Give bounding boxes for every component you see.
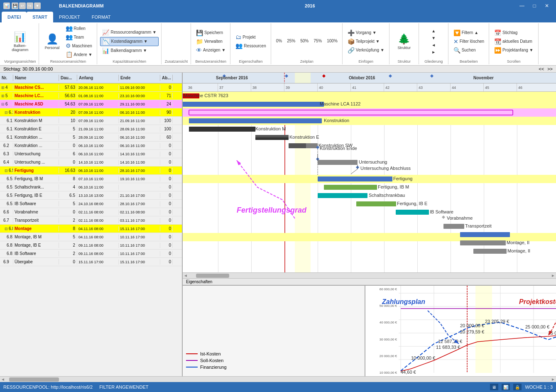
filtern-icon: 🔽 <box>453 29 460 36</box>
table-row[interactable]: 6.1. Konstruktion E 5 21.09.16 11:00 28.… <box>0 125 182 133</box>
table-row[interactable]: 6.3 Untersuchung 6 06.10.16 11:00 14.10.… <box>0 150 182 158</box>
btn-projektanfang[interactable]: ⏩ Projektanfang ▼ <box>492 46 535 54</box>
annotation-fertigstellungsgrad: Fertigstellungsgrad <box>237 206 306 215</box>
svg-rect-33 <box>324 185 377 190</box>
btn-0pct[interactable]: 0% <box>274 38 284 44</box>
close-button[interactable]: ✕ <box>541 1 553 10</box>
btn-ressourcendiagramm[interactable]: 📈 Ressourcendiagramm ▼ <box>100 28 159 37</box>
scroll-right-btn[interactable]: ► <box>551 377 555 382</box>
legend-line-soll <box>186 360 198 361</box>
svg-rect-17 <box>255 135 289 137</box>
bottom-scrollbar[interactable]: ◄ ► <box>0 376 556 382</box>
group-label-zusatz: Zusatzansicht <box>165 59 188 64</box>
table-row[interactable]: 6.8. IB Software 2 09.11.16 08:00 10.11.… <box>0 250 182 258</box>
redo-icon[interactable]: ↪ <box>27 2 33 9</box>
quick-access-toolbar: 💾 ↩ ↪ ▼ <box>12 2 41 9</box>
teilproj-icon: 📦 <box>348 38 355 45</box>
table-row[interactable]: 6.1. Konstruktion M 10 07.09.16 11:00 21… <box>0 117 182 125</box>
btn-kostendiagramm[interactable]: 📉 Kostendiagramm ▼ <box>100 37 159 46</box>
status-icon-3[interactable]: 🔒 <box>513 384 522 390</box>
nav-arrow-right[interactable]: >> <box>547 66 553 71</box>
btn-ressourcen[interactable]: 👥 Ressourcen <box>233 42 268 50</box>
btn-personal[interactable]: 👤 Personal <box>42 32 63 51</box>
btn-suchen[interactable]: 🔍 Suchen <box>451 46 486 54</box>
btn-gliederung-left[interactable]: ◄ <box>429 42 438 48</box>
btn-aktuelles-datum[interactable]: 📆 aktuelles Datum <box>492 37 535 46</box>
btn-gliederung-right[interactable]: ► <box>429 49 438 55</box>
btn-teilprojekt[interactable]: 📦 Teilprojekt ▼ <box>345 37 387 46</box>
tab-format[interactable]: FORMAT <box>86 12 117 22</box>
btn-verwalten[interactable]: 📁 Verwalten <box>194 37 228 46</box>
table-row[interactable]: 6.4 Untersuchung ... 0 14.10.16 11:00 14… <box>0 158 182 167</box>
group-kapazitaet: 📈 Ressourcendiagramm ▼ 📉 Kostendiagramm … <box>98 23 162 64</box>
btn-vorgang[interactable]: ➕ Vorgang ▼ <box>345 29 387 37</box>
svg-rect-43 <box>443 224 464 229</box>
group-label-einfuegen: Einfügen <box>358 59 373 64</box>
table-row[interactable]: ⊞5 Maschine LC... 56.63 01.08.16 11:00 2… <box>0 92 182 100</box>
btn-100pct[interactable]: 100% <box>325 38 340 44</box>
btn-ressourcen-label: Ressourcen <box>244 44 266 48</box>
btn-balkendiagramm2[interactable]: 📊 Balkendiagramm ▼ <box>100 47 159 55</box>
th-nr: Nr. <box>0 75 13 81</box>
table-row[interactable]: ⊟6.1 Konstruktion 20 07.09.16 11:00 06.1… <box>0 108 182 117</box>
table-row[interactable]: 6.9 Übergabe 0 15.11.16 17:00 15.11.16 1… <box>0 258 182 266</box>
table-row[interactable]: 6.6 Vorabnahme 0 02.11.16 08:00 02.11.16… <box>0 208 182 216</box>
btn-filter-loeschen[interactable]: ✕ Filter löschen <box>451 37 486 46</box>
table-row[interactable]: 6.5. IB Software 5 24.10.16 08:00 28.10.… <box>0 200 182 208</box>
bottom-scroll-thumb[interactable] <box>9 377 59 382</box>
btn-filtern[interactable]: 🔽 Filtern ▲ <box>451 29 486 37</box>
btn-rollen[interactable]: 👥 Rollen <box>64 24 95 32</box>
btn-anzeigen[interactable]: 👁 Anzeigen ▼ <box>194 46 228 54</box>
table-row[interactable]: 6.2 Konstruktion ... 0 06.10.16 11:00 06… <box>0 142 182 150</box>
scrollbar-thumb[interactable] <box>196 274 229 278</box>
table-row[interactable]: 6.5. Fertigung, IB E 6.5 13.10.16 13:00 … <box>0 191 182 200</box>
btn-gliederung-down[interactable]: ▼ <box>429 35 438 41</box>
btn-maschinen[interactable]: ⚙ Maschinen <box>64 42 95 50</box>
table-row[interactable]: 6.8. Montage, IB M 5 04.11.16 08:00 10.1… <box>0 233 182 241</box>
btn-team[interactable]: 👥 Team <box>64 33 95 41</box>
tab-projekt[interactable]: PROJEKT <box>53 12 86 22</box>
table-row[interactable]: 6.5. Fertigung, IB M 8 07.10.16 11:00 19… <box>0 175 182 183</box>
btn-struktur[interactable]: 🌲 Struktur <box>394 32 414 51</box>
table-row[interactable]: ⊞4 Maschine CS... 57.63 20.06.16 11:00 1… <box>0 83 182 92</box>
undo-icon[interactable]: ↩ <box>19 2 26 9</box>
table-row[interactable]: 6.7 Transportzeit 2 02.11.16 08:00 03.11… <box>0 216 182 225</box>
btn-75pct[interactable]: 75% <box>311 38 324 44</box>
nav-arrow-left[interactable]: << <box>539 66 544 71</box>
more-icon[interactable]: ▼ <box>34 2 41 9</box>
status-icon-1[interactable]: 🖥 <box>490 384 498 390</box>
th-anfang: Anfang <box>77 75 119 81</box>
ylabel-30k: 30 000,00 € <box>365 338 399 341</box>
btn-speichern[interactable]: 💾 Speichern <box>194 29 228 37</box>
table-row[interactable]: ⊟6 Maschine ASD 54.63 07.09.16 11:00 29.… <box>0 100 182 108</box>
table-row[interactable]: 6.8. Montage, IB E 2 09.11.16 08:00 10.1… <box>0 241 182 250</box>
scroll-left-btn[interactable]: ◄ <box>1 377 5 382</box>
group-label-vorgangsansichten: Vorgangsansichten <box>4 59 36 64</box>
btn-stichtag[interactable]: 📅 Stichtag <box>492 29 535 37</box>
table-row[interactable]: ⊟6.8 Montage 8 04.11.16 08:00 15.11.16 1… <box>0 225 182 233</box>
btn-verknuepfung[interactable]: 🔗 Verknüpfung ▼ <box>345 46 387 54</box>
btn-gliederung-up[interactable]: ▲ <box>429 28 438 34</box>
ylabel-10k: 10 000,00 € <box>365 371 399 375</box>
table-row[interactable]: ⊟6.5 Fertigung 16.63 06.10.16 11:00 28.1… <box>0 167 182 175</box>
maximize-button[interactable]: □ <box>529 1 540 10</box>
status-icon-2[interactable]: 📊 <box>502 384 510 390</box>
btn-25pct[interactable]: 25% <box>285 38 297 44</box>
group-vorgangsansichten: 📊 Balken-diagramm Vorgangsansichten <box>2 23 39 64</box>
tab-datei[interactable]: DATEI <box>2 12 27 22</box>
btn-projekt[interactable]: 🗂 Projekt <box>233 33 268 41</box>
table-row[interactable]: 6.5. Schaltschrank... 4 06.10.16 11:00 0 <box>0 183 182 191</box>
btn-50pct[interactable]: 50% <box>298 38 311 44</box>
cost-chart-area: 60 000,00 € 50 000,00 € 40 000,00 € 30 0… <box>365 286 556 376</box>
btn-balkendiagramm[interactable]: 📊 Balken-diagramm <box>9 29 31 54</box>
table-row[interactable]: 6.1. Konstruktion ... 5 28.09.16 11:00 0… <box>0 133 182 142</box>
tab-start[interactable]: START <box>27 12 53 22</box>
save-icon[interactable]: 💾 <box>12 2 18 9</box>
horizontal-scrollbar[interactable]: ◄ ► <box>183 272 556 278</box>
week-37: 37 <box>218 83 251 91</box>
btn-maschinen-label: Maschinen <box>72 44 92 48</box>
minimize-button[interactable]: — <box>516 1 528 10</box>
struktur-icon: 🌲 <box>398 33 410 45</box>
btn-verknuepfung-label: Verknüpfung ▼ <box>356 48 385 52</box>
btn-andere[interactable]: 📋 Andere ▼ <box>64 50 95 59</box>
